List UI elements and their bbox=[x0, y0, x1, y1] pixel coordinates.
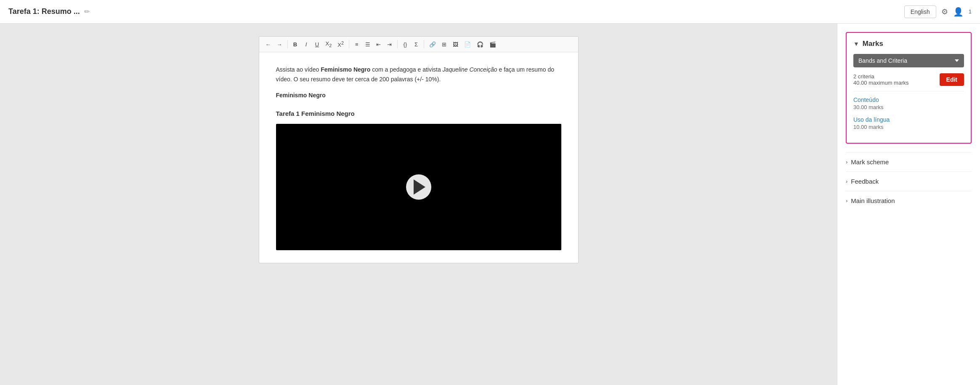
superscript-button[interactable]: X2 bbox=[335, 39, 346, 49]
header: Tarefa 1: Resumo ... ✏ English ⚙ 👤 1 bbox=[0, 0, 980, 24]
table-button[interactable]: ⊞ bbox=[440, 40, 449, 49]
marks-title: Marks bbox=[863, 40, 883, 48]
bold-text-1: Feminismo Negro bbox=[321, 66, 370, 73]
feedback-section: › Feedback bbox=[846, 171, 972, 191]
play-button[interactable] bbox=[406, 174, 431, 200]
header-right: English ⚙ 👤 1 bbox=[904, 5, 972, 18]
mark-scheme-section: › Mark scheme bbox=[846, 152, 972, 171]
edit-button[interactable]: Edit bbox=[940, 73, 964, 86]
user-icon[interactable]: 👤 bbox=[953, 7, 964, 17]
feedback-chevron-icon: › bbox=[846, 178, 847, 184]
marks-chevron-icon[interactable]: ▼ bbox=[853, 40, 859, 47]
ordered-list-button[interactable]: ≡ bbox=[352, 40, 361, 49]
toolbar-divider-2 bbox=[349, 40, 349, 48]
pdf-button[interactable]: 📄 bbox=[462, 40, 473, 49]
marks-info-left: 2 criteria 40.00 maximum marks bbox=[853, 73, 908, 86]
bands-criteria-select[interactable]: Bands and Criteria Simple Marking bbox=[853, 54, 964, 67]
editor-container: ← → B I U X2 X2 ≡ ☰ ⇤ ⇥ {} Σ 🔗 ⊞ 🖼 bbox=[259, 36, 579, 263]
marks-header: ▼ Marks bbox=[853, 40, 964, 48]
edit-title-icon[interactable]: ✏ bbox=[84, 8, 90, 16]
bold-button[interactable]: B bbox=[291, 40, 300, 49]
feedback-header[interactable]: › Feedback bbox=[846, 178, 972, 185]
editor-area: ← → B I U X2 X2 ≡ ☰ ⇤ ⇥ {} Σ 🔗 ⊞ 🖼 bbox=[0, 24, 837, 385]
toolbar: ← → B I U X2 X2 ≡ ☰ ⇤ ⇥ {} Σ 🔗 ⊞ 🖼 bbox=[259, 37, 578, 52]
criteria-name-1: Conteúdo bbox=[853, 96, 964, 103]
mark-scheme-label: Mark scheme bbox=[851, 158, 889, 166]
outdent-button[interactable]: ⇤ bbox=[374, 40, 383, 49]
criteria-name-2: Uso da língua bbox=[853, 116, 964, 123]
user-count: 1 bbox=[969, 8, 972, 15]
criteria-marks-2: 10.00 marks bbox=[853, 124, 964, 130]
criteria-count: 2 criteria bbox=[853, 73, 908, 80]
underline-button[interactable]: U bbox=[313, 40, 322, 49]
editor-bold-title: Feminismo Negro bbox=[276, 91, 561, 100]
criteria-marks-1: 30.00 marks bbox=[853, 104, 964, 110]
toolbar-divider-4 bbox=[424, 40, 424, 48]
main-illustration-section: › Main illustration bbox=[846, 191, 972, 210]
image-button[interactable]: 🖼 bbox=[451, 40, 460, 49]
toolbar-divider-1 bbox=[287, 40, 288, 48]
subscript-button[interactable]: X2 bbox=[324, 39, 334, 49]
audio-button[interactable]: 🎧 bbox=[475, 40, 486, 49]
indent-button[interactable]: ⇥ bbox=[385, 40, 394, 49]
video-player[interactable] bbox=[276, 124, 561, 250]
unordered-list-button[interactable]: ☰ bbox=[363, 40, 372, 49]
criteria-item-2: Uso da língua 10.00 marks bbox=[853, 116, 964, 130]
undo-button[interactable]: ← bbox=[263, 40, 273, 49]
main-illustration-header[interactable]: › Main illustration bbox=[846, 197, 972, 204]
marks-section: ▼ Marks Bands and Criteria Simple Markin… bbox=[846, 32, 972, 144]
mark-scheme-header[interactable]: › Mark scheme bbox=[846, 158, 972, 166]
language-button[interactable]: English bbox=[904, 5, 936, 18]
editor-paragraph-1: Assista ao vídeo Feminismo Negro com a p… bbox=[276, 65, 561, 84]
right-panel: ▼ Marks Bands and Criteria Simple Markin… bbox=[837, 24, 980, 385]
redo-button[interactable]: → bbox=[275, 40, 284, 49]
editor-content[interactable]: Assista ao vídeo Feminismo Negro com a p… bbox=[259, 52, 578, 263]
video-title: Tarefa 1 Feminismo Negro bbox=[276, 109, 561, 119]
main-layout: ← → B I U X2 X2 ≡ ☰ ⇤ ⇥ {} Σ 🔗 ⊞ 🖼 bbox=[0, 24, 980, 385]
toolbar-divider-3 bbox=[397, 40, 398, 48]
video-section: Tarefa 1 Feminismo Negro bbox=[276, 109, 561, 250]
marks-info-row: 2 criteria 40.00 maximum marks Edit bbox=[853, 73, 964, 86]
main-illustration-chevron-icon: › bbox=[846, 198, 847, 204]
main-illustration-label: Main illustration bbox=[851, 197, 895, 204]
mark-scheme-chevron-icon: › bbox=[846, 159, 847, 165]
code-button[interactable]: {} bbox=[401, 40, 410, 49]
italic-text-1: Jaqueline Conceição bbox=[443, 66, 497, 73]
feedback-label: Feedback bbox=[851, 178, 879, 185]
gear-icon[interactable]: ⚙ bbox=[941, 7, 948, 16]
header-left: Tarefa 1: Resumo ... ✏ bbox=[8, 7, 90, 16]
criteria-item-1: Conteúdo 30.00 marks bbox=[853, 96, 964, 110]
link-button[interactable]: 🔗 bbox=[427, 40, 438, 49]
max-marks: 40.00 maximum marks bbox=[853, 80, 908, 86]
play-triangle-icon bbox=[414, 179, 425, 195]
italic-button[interactable]: I bbox=[302, 40, 311, 49]
marks-divider bbox=[853, 91, 964, 91]
video-button[interactable]: 🎬 bbox=[487, 40, 498, 49]
page-title: Tarefa 1: Resumo ... bbox=[8, 7, 80, 16]
formula-button[interactable]: Σ bbox=[412, 40, 421, 49]
